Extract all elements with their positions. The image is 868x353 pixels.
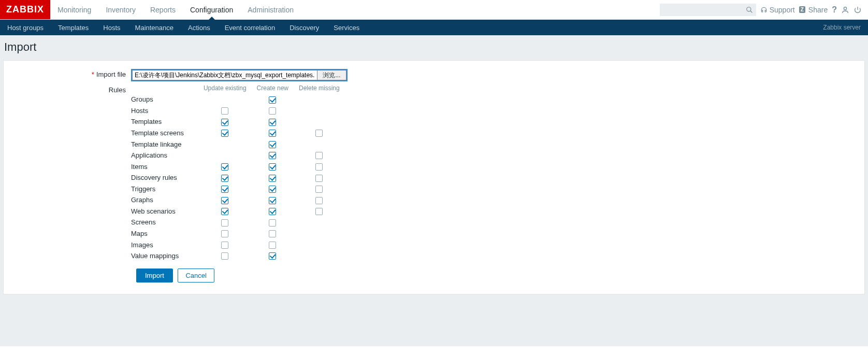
checkbox-delete[interactable] [315, 197, 323, 204]
sub-menu-services[interactable]: Services [326, 20, 367, 35]
checkbox-create[interactable] [269, 219, 276, 227]
rules-header: Delete missing [294, 84, 345, 94]
import-file-label: *Import file [4, 69, 131, 80]
checkbox-update[interactable] [221, 230, 228, 237]
sub-menu-host-groups[interactable]: Host groups [0, 20, 51, 35]
main-menu-configuration[interactable]: Configuration [183, 0, 240, 19]
rule-name: Templates [131, 116, 198, 128]
search-icon[interactable] [746, 6, 753, 14]
rule-name: Value mappings [131, 250, 198, 262]
svg-line-1 [750, 11, 752, 13]
checkbox-update[interactable] [221, 219, 228, 227]
rules-row: Hosts [131, 105, 345, 117]
checkbox-update[interactable] [221, 130, 228, 137]
rules-row: Screens [131, 217, 345, 228]
rule-name: Hosts [131, 105, 198, 117]
main-menu-monitoring[interactable]: Monitoring [50, 0, 98, 19]
file-path-input[interactable] [132, 70, 317, 80]
rules-row: Applications [131, 150, 345, 161]
checkbox-delete[interactable] [315, 186, 323, 193]
checkbox-update[interactable] [221, 163, 228, 171]
checkbox-delete[interactable] [315, 152, 323, 159]
checkbox-create[interactable] [269, 208, 276, 215]
browse-button[interactable]: 浏览... [317, 70, 346, 80]
sub-menu-hosts[interactable]: Hosts [96, 20, 127, 35]
checkbox-update[interactable] [221, 186, 228, 193]
checkbox-create[interactable] [269, 152, 276, 159]
checkbox-delete[interactable] [315, 175, 323, 182]
rule-name: Screens [131, 217, 198, 228]
checkbox-create[interactable] [269, 186, 276, 193]
share-badge-icon: Z [799, 6, 805, 13]
rule-name: Triggers [131, 183, 198, 195]
rules-row: Discovery rules [131, 172, 345, 183]
rules-row: Graphs [131, 194, 345, 206]
checkbox-delete[interactable] [315, 208, 323, 215]
checkbox-create[interactable] [269, 197, 276, 204]
rules-row: Web scenarios [131, 206, 345, 217]
checkbox-create[interactable] [269, 141, 276, 148]
sub-menu-discovery[interactable]: Discovery [282, 20, 326, 35]
checkbox-update[interactable] [221, 208, 228, 215]
rule-name: Images [131, 239, 198, 250]
checkbox-create[interactable] [269, 175, 276, 182]
checkbox-delete[interactable] [315, 163, 323, 171]
checkbox-create[interactable] [269, 107, 276, 115]
rules-row: Template screens [131, 128, 345, 139]
rules-row: Items [131, 161, 345, 172]
rules-label: Rules [4, 84, 131, 96]
svg-point-0 [746, 7, 750, 11]
rules-row: Value mappings [131, 250, 345, 262]
rule-name: Discovery rules [131, 172, 198, 183]
logo[interactable]: ZABBIX [0, 0, 50, 19]
rule-name: Web scenarios [131, 206, 198, 217]
main-menu-reports[interactable]: Reports [143, 0, 183, 19]
main-menu-administration[interactable]: Administration [240, 0, 301, 19]
share-link[interactable]: Z Share [799, 6, 828, 14]
sub-menu-templates[interactable]: Templates [51, 20, 96, 35]
import-button[interactable]: Import [136, 269, 173, 283]
rule-name: Template screens [131, 128, 198, 139]
svg-point-2 [844, 7, 846, 9]
rules-row: Template linkage [131, 138, 345, 150]
sub-menu-event-correlation[interactable]: Event correlation [218, 20, 283, 35]
search-input[interactable] [660, 4, 756, 16]
checkbox-create[interactable] [269, 242, 276, 249]
checkbox-create[interactable] [269, 163, 276, 171]
help-icon[interactable]: ? [832, 5, 837, 15]
checkbox-create[interactable] [269, 230, 276, 237]
sub-menu-actions[interactable]: Actions [181, 20, 218, 35]
user-icon[interactable] [841, 6, 849, 14]
rule-name: Applications [131, 150, 198, 161]
checkbox-update[interactable] [221, 242, 228, 249]
global-search [660, 4, 756, 16]
page-title: Import [0, 35, 868, 60]
headset-icon [760, 6, 768, 13]
checkbox-delete[interactable] [315, 130, 323, 137]
checkbox-create[interactable] [269, 130, 276, 137]
checkbox-update[interactable] [221, 252, 228, 260]
cancel-button[interactable]: Cancel [178, 269, 214, 283]
checkbox-update[interactable] [221, 175, 228, 182]
sub-menu-maintenance[interactable]: Maintenance [128, 20, 181, 35]
checkbox-update[interactable] [221, 119, 228, 126]
checkbox-update[interactable] [221, 107, 228, 115]
checkbox-update[interactable] [221, 197, 228, 204]
page-body: Import *Import file 浏览... Rules Update e… [0, 35, 868, 346]
rule-name: Graphs [131, 194, 198, 206]
rules-table: Update existingCreate newDelete missing … [131, 84, 345, 261]
main-menu: MonitoringInventoryReportsConfigurationA… [50, 0, 301, 19]
checkbox-create[interactable] [269, 119, 276, 126]
checkbox-create[interactable] [269, 96, 276, 104]
rules-row: Images [131, 239, 345, 250]
rule-name: Maps [131, 228, 198, 239]
checkbox-create[interactable] [269, 252, 276, 260]
server-name[interactable]: Zabbix server [816, 20, 868, 35]
rule-name: Template linkage [131, 138, 198, 150]
power-icon[interactable] [853, 6, 862, 14]
rules-row: Templates [131, 116, 345, 128]
rule-name: Items [131, 161, 198, 172]
top-navbar: ZABBIX MonitoringInventoryReportsConfigu… [0, 0, 868, 20]
main-menu-inventory[interactable]: Inventory [98, 0, 143, 19]
support-link[interactable]: Support [760, 6, 795, 14]
